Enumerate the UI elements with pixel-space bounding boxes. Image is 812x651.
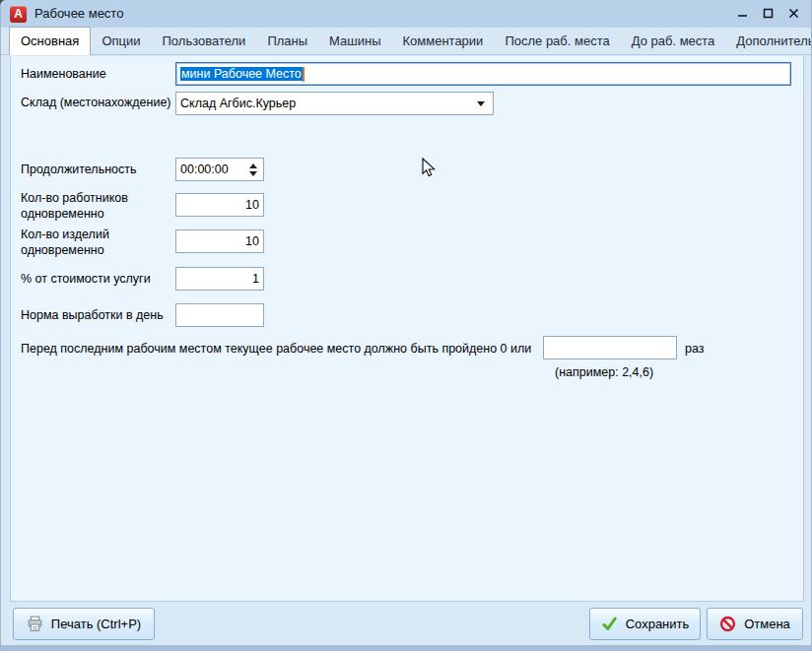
- tab-bar: Основная Опции Пользователи Планы Машины…: [1, 28, 811, 55]
- tab-plany[interactable]: Планы: [256, 29, 318, 54]
- items-input[interactable]: [175, 229, 264, 253]
- warehouse-selected-value: Склад Агбис.Курьер: [180, 97, 296, 110]
- window-controls: [732, 4, 803, 24]
- duration-value: 00:00:00: [180, 163, 229, 176]
- pass-rule-suffix: раз: [685, 341, 705, 357]
- tab-osnovnaya[interactable]: Основная: [9, 27, 91, 55]
- print-button-label: Печать (Ctrl+P): [51, 617, 141, 631]
- app-icon: A: [10, 6, 27, 23]
- mouse-cursor: [422, 158, 437, 182]
- cancel-button-label: Отмена: [744, 617, 790, 631]
- minimize-icon: [737, 5, 748, 23]
- window-title: Рабочее место: [34, 6, 123, 21]
- green-check-icon: [601, 616, 618, 632]
- name-input[interactable]: мини Рабочее Место: [175, 62, 791, 86]
- maximize-button[interactable]: [758, 4, 778, 24]
- norm-input[interactable]: [175, 303, 264, 327]
- name-label: Наименование: [21, 66, 106, 82]
- tab-kommentarii[interactable]: Комментарии: [391, 29, 494, 54]
- pass-rule-hint: (например: 2,4,6): [555, 365, 653, 379]
- printer-icon: [27, 616, 43, 632]
- tab-polzovateli[interactable]: Пользователи: [152, 29, 257, 54]
- warehouse-label: Склад (местонахождение): [21, 95, 171, 110]
- workers-input[interactable]: [175, 193, 264, 217]
- tab-opcii[interactable]: Опции: [91, 29, 151, 54]
- save-button[interactable]: Сохранить: [589, 608, 701, 640]
- print-button[interactable]: Печать (Ctrl+P): [13, 608, 155, 640]
- spin-up-button[interactable]: [249, 163, 257, 168]
- maximize-icon: [763, 5, 774, 23]
- spin-down-button[interactable]: [249, 171, 257, 176]
- save-button-label: Сохранить: [626, 617, 690, 631]
- title-bar: A Рабочее место: [1, 0, 811, 28]
- main-panel: [10, 56, 804, 602]
- tab-dop-rekvizity[interactable]: Дополнительные реквизиты: [725, 29, 812, 54]
- duration-label: Продолжительность: [21, 162, 137, 177]
- tab-do-rab-mesta[interactable]: До раб. места: [621, 29, 726, 54]
- tab-mashiny[interactable]: Машины: [318, 29, 391, 54]
- name-input-selected-text: мини Рабочее Место: [180, 67, 303, 81]
- percent-input[interactable]: [175, 267, 264, 291]
- pass-rule-label: Перед последним рабочим местом текущее р…: [21, 341, 533, 357]
- text-caret: [303, 67, 304, 82]
- close-icon: [788, 5, 799, 23]
- red-prohibition-icon: [719, 616, 736, 632]
- tab-posle-rab-mesta[interactable]: После раб. места: [494, 29, 620, 54]
- close-button[interactable]: [783, 4, 803, 24]
- pass-rule-input[interactable]: [543, 336, 677, 359]
- chevron-down-icon: [477, 101, 485, 106]
- percent-label: % от стоимости услуги: [21, 271, 151, 287]
- workers-label: Кол-во работников одновременно: [21, 190, 128, 222]
- items-label: Кол-во изделий одновременно: [21, 227, 109, 258]
- window-bottom-edge: [1, 645, 811, 651]
- warehouse-select[interactable]: Склад Агбис.Курьер: [175, 92, 494, 115]
- up-down-arrows-icon: [249, 163, 257, 176]
- cancel-button[interactable]: Отмена: [707, 608, 803, 640]
- minimize-button[interactable]: [732, 4, 752, 24]
- norm-label: Норма выработки в день: [21, 307, 164, 323]
- duration-spinner[interactable]: 00:00:00: [175, 158, 264, 181]
- workplace-dialog-window: A Рабочее место Основная Опции Поль: [0, 0, 812, 651]
